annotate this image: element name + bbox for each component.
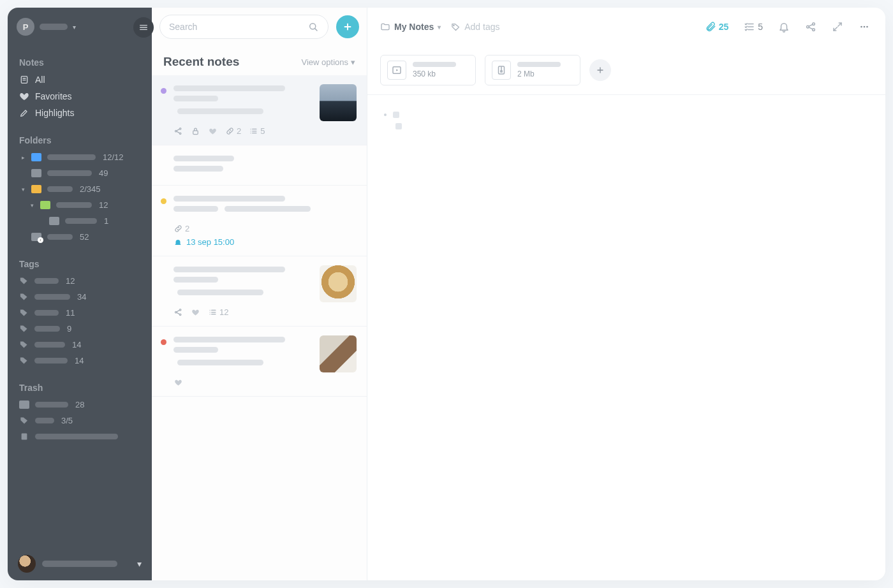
add-tags-button[interactable]: Add tags bbox=[451, 22, 499, 32]
tasks-count: 5 bbox=[758, 22, 763, 32]
color-dot bbox=[161, 88, 166, 94]
folder-item[interactable]: 49 bbox=[8, 165, 152, 181]
tag-count: 11 bbox=[66, 308, 75, 318]
attachment-card[interactable]: 2 Mb bbox=[485, 55, 580, 85]
link-icon bbox=[225, 126, 235, 136]
tag-item[interactable]: 11 bbox=[8, 305, 152, 321]
trash-item[interactable] bbox=[8, 429, 152, 445]
archive-file-icon bbox=[496, 64, 507, 76]
account-name-placeholder bbox=[40, 24, 68, 30]
editor-pane: My Notes ▾ Add tags 25 5 bbox=[367, 8, 885, 580]
add-attachment-button[interactable] bbox=[589, 59, 611, 81]
share-icon bbox=[805, 21, 816, 33]
sidebar-footer-user[interactable]: ▾ bbox=[8, 547, 152, 580]
folder-item[interactable]: ▾ 2/345 bbox=[8, 181, 152, 197]
tag-item[interactable]: 12 bbox=[8, 273, 152, 289]
sidebar-item-favorites[interactable]: Favorites bbox=[8, 88, 152, 105]
folder-name-placeholder bbox=[47, 234, 73, 240]
attachments-count-button[interactable]: 25 bbox=[702, 18, 732, 35]
more-button[interactable] bbox=[856, 18, 873, 35]
search-input-wrapper[interactable] bbox=[159, 15, 328, 39]
chevron-down-icon: ▾ bbox=[73, 24, 76, 31]
search-input[interactable] bbox=[169, 22, 307, 32]
folder-count: 2/345 bbox=[80, 184, 101, 194]
folder-icon bbox=[19, 401, 29, 409]
tag-icon bbox=[19, 324, 29, 334]
note-icon bbox=[19, 75, 29, 85]
svg-line-42 bbox=[809, 27, 813, 29]
folder-icon bbox=[31, 169, 41, 177]
tag-item[interactable]: 14 bbox=[8, 337, 152, 353]
sidebar-item-label: All bbox=[35, 75, 45, 85]
sidebar-item-all[interactable]: All bbox=[8, 71, 152, 88]
tag-item[interactable]: 9 bbox=[8, 321, 152, 337]
note-card[interactable] bbox=[152, 327, 367, 397]
folder-item[interactable]: ▸ 12/12 bbox=[8, 149, 152, 165]
plus-icon bbox=[342, 21, 353, 33]
folder-item[interactable]: ▾ 12 bbox=[8, 197, 152, 213]
folder-name-placeholder bbox=[47, 154, 96, 160]
folder-item[interactable]: ‹ 52 bbox=[8, 229, 152, 245]
attachment-card[interactable]: 350 kb bbox=[380, 55, 476, 85]
heart-icon bbox=[19, 91, 29, 101]
sidebar: P ▾ Notes All Favorites Highlights Folde… bbox=[8, 8, 152, 580]
sidebar-heading-notes: Notes bbox=[8, 51, 152, 71]
sidebar-heading-folders: Folders bbox=[8, 129, 152, 149]
collapse-sidebar-button[interactable] bbox=[133, 17, 154, 38]
account-switcher[interactable]: P ▾ bbox=[8, 8, 152, 46]
tag-count: 14 bbox=[75, 356, 84, 365]
tag-name-placeholder bbox=[34, 358, 68, 364]
attachment-size: 2 Mb bbox=[517, 70, 561, 78]
sidebar-item-highlights[interactable]: Highlights bbox=[8, 105, 152, 121]
editor-body[interactable] bbox=[367, 95, 885, 146]
tasks-count-button[interactable]: 5 bbox=[741, 18, 765, 35]
tag-icon bbox=[19, 416, 29, 425]
avatar: P bbox=[17, 18, 34, 36]
list-icon bbox=[208, 307, 218, 317]
folder-name-placeholder bbox=[47, 186, 73, 192]
svg-marker-49 bbox=[396, 70, 398, 71]
svg-line-43 bbox=[838, 23, 841, 26]
lock-icon bbox=[191, 126, 200, 136]
folder-item[interactable]: 1 bbox=[8, 213, 152, 229]
tag-icon bbox=[19, 340, 29, 349]
sidebar-heading-trash: Trash bbox=[8, 376, 152, 397]
svg-line-15 bbox=[177, 131, 179, 133]
sidebar-item-label: Favorites bbox=[35, 91, 72, 101]
video-file-icon bbox=[391, 64, 402, 76]
expand-button[interactable] bbox=[829, 18, 846, 35]
bell-icon bbox=[173, 238, 182, 247]
note-card[interactable]: 213 sep 15:00 bbox=[152, 186, 367, 256]
svg-point-47 bbox=[866, 26, 868, 28]
tree-arrow-icon: ▾ bbox=[29, 202, 34, 209]
share-button[interactable] bbox=[802, 18, 819, 35]
heart-icon bbox=[191, 307, 200, 317]
more-icon bbox=[859, 21, 870, 33]
tag-icon bbox=[19, 308, 29, 318]
view-options-button[interactable]: View options ▾ bbox=[302, 57, 355, 67]
svg-line-44 bbox=[834, 27, 837, 31]
folder-name-placeholder bbox=[56, 202, 92, 208]
trash-item[interactable]: 28 bbox=[8, 397, 152, 413]
sidebar-trash-section: Trash 28 3/5 bbox=[8, 371, 152, 447]
breadcrumb[interactable]: My Notes ▾ bbox=[380, 22, 441, 32]
reminder-button[interactable] bbox=[776, 18, 792, 35]
expand-icon bbox=[832, 21, 843, 33]
new-note-button[interactable] bbox=[336, 15, 359, 38]
folder-count: 52 bbox=[80, 232, 89, 242]
list-toolbar bbox=[152, 8, 367, 46]
list-icon bbox=[249, 126, 258, 136]
tag-item[interactable]: 14 bbox=[8, 353, 152, 369]
tag-name-placeholder bbox=[34, 278, 59, 284]
sidebar-folders-section: Folders ▸ 12/12 49▾ 2/345▾ 12 1 ‹ 52 bbox=[8, 124, 152, 247]
svg-line-8 bbox=[315, 29, 317, 31]
note-card[interactable] bbox=[152, 145, 367, 186]
trash-count: 3/5 bbox=[61, 416, 73, 425]
note-card[interactable]: 12 bbox=[152, 256, 367, 327]
trash-item[interactable]: 3/5 bbox=[8, 413, 152, 429]
note-card[interactable]: 25 bbox=[152, 75, 367, 145]
tag-name-placeholder bbox=[34, 326, 60, 332]
svg-line-27 bbox=[177, 312, 179, 314]
tag-item[interactable]: 34 bbox=[8, 289, 152, 305]
username-placeholder bbox=[42, 561, 117, 567]
